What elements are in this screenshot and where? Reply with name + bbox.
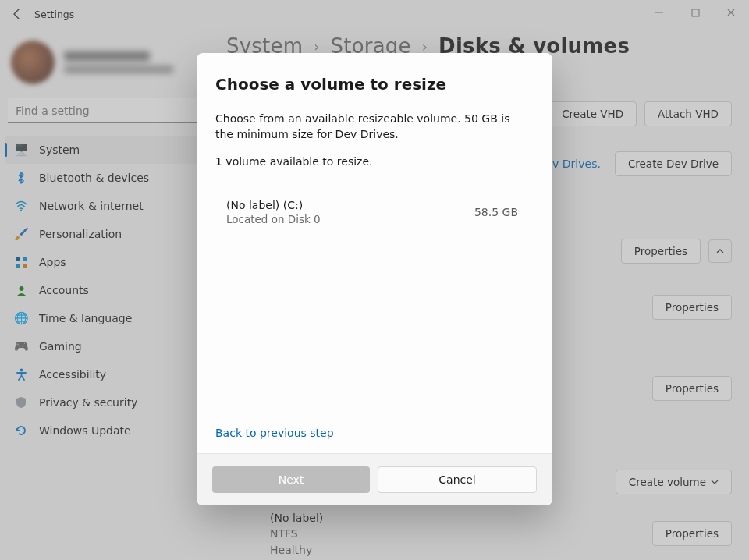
next-button[interactable]: Next (212, 466, 370, 493)
dialog-description: Choose from an available resizeable volu… (215, 111, 512, 143)
volume-option[interactable]: (No label) (C:) Located on Disk 0 58.5 G… (215, 188, 534, 236)
resize-volume-dialog: Choose a volume to resize Choose from an… (197, 53, 552, 505)
volume-option-size: 58.5 GB (474, 206, 518, 218)
back-to-previous-link[interactable]: Back to previous step (215, 427, 534, 445)
dialog-footer: Next Cancel (197, 453, 552, 505)
volume-option-location: Located on Disk 0 (226, 213, 321, 225)
dialog-title: Choose a volume to resize (215, 75, 534, 94)
dialog-count: 1 volume available to resize. (215, 154, 512, 169)
volume-option-name: (No label) (C:) (226, 199, 321, 211)
cancel-button[interactable]: Cancel (378, 466, 537, 493)
settings-window: Settings 🖥️System Bluetooth & devices (0, 0, 749, 560)
